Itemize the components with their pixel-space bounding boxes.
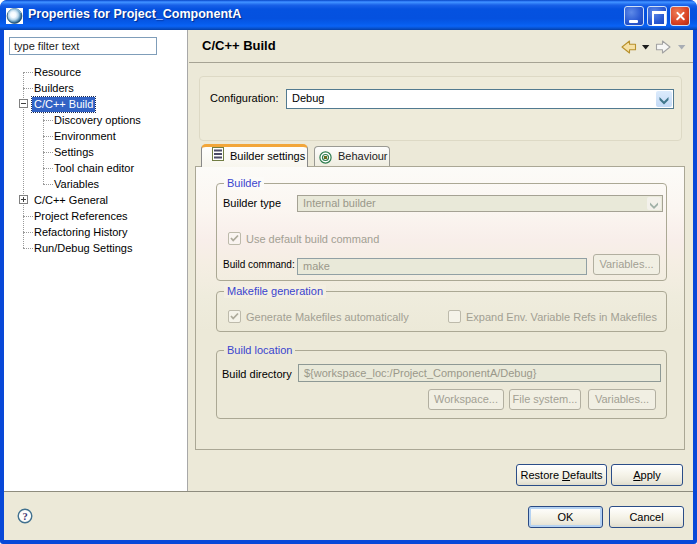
- svg-text:?: ?: [22, 511, 27, 522]
